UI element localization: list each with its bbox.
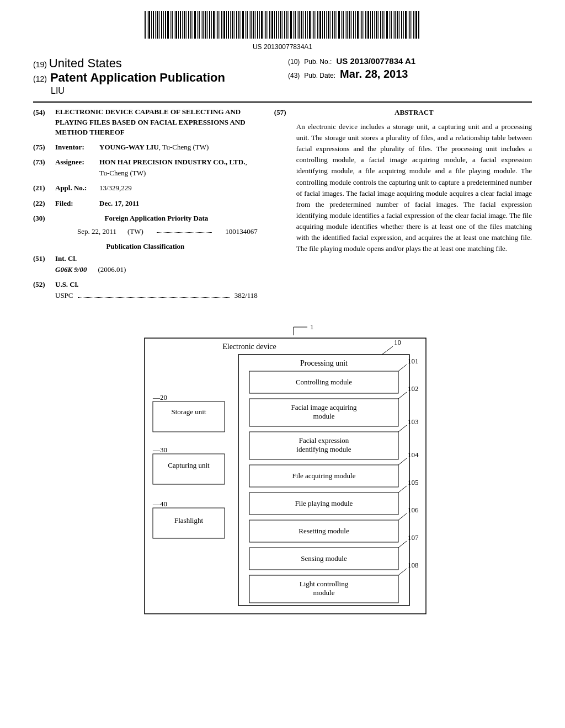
module-104-ref: 104 bbox=[408, 451, 419, 459]
module-102-label-1: Facial image acquiring bbox=[291, 403, 357, 411]
assignee-section: (73) Assignee: HON HAI PRECISION INDUSTR… bbox=[33, 157, 258, 178]
svg-rect-62 bbox=[274, 11, 275, 39]
svg-rect-37 bbox=[221, 11, 222, 39]
svg-rect-114 bbox=[382, 11, 383, 39]
svg-rect-81 bbox=[313, 11, 315, 39]
flashlight-ref-label: —40 bbox=[152, 500, 167, 508]
svg-rect-36 bbox=[220, 11, 220, 39]
svg-rect-59 bbox=[268, 11, 268, 39]
svg-line-147 bbox=[398, 486, 407, 493]
svg-rect-94 bbox=[341, 11, 342, 39]
module-103-ref: 103 bbox=[408, 417, 419, 426]
svg-rect-108 bbox=[370, 11, 371, 39]
svg-rect-15 bbox=[175, 11, 177, 39]
svg-rect-38 bbox=[223, 11, 225, 39]
svg-rect-11 bbox=[167, 11, 169, 39]
module-108-label-2: module bbox=[313, 588, 335, 597]
svg-rect-110 bbox=[374, 11, 375, 39]
svg-rect-86 bbox=[324, 11, 325, 39]
svg-rect-3 bbox=[151, 11, 152, 39]
inventor-value: YOUNG-WAY LIU, Tu-Cheng (TW) bbox=[99, 142, 258, 153]
svg-rect-42 bbox=[232, 11, 233, 39]
svg-rect-64 bbox=[278, 11, 279, 39]
svg-rect-65 bbox=[280, 11, 281, 39]
svg-rect-116 bbox=[386, 11, 388, 39]
svg-rect-90 bbox=[332, 11, 333, 39]
barcode-area bbox=[33, 11, 532, 41]
svg-rect-44 bbox=[236, 11, 237, 39]
svg-rect-28 bbox=[202, 11, 204, 39]
svg-rect-100 bbox=[353, 11, 354, 39]
svg-rect-128 bbox=[412, 11, 412, 39]
svg-rect-123 bbox=[401, 11, 402, 39]
storage-unit-label-text: Storage unit bbox=[171, 408, 206, 416]
svg-rect-20 bbox=[186, 11, 187, 39]
svg-rect-39 bbox=[226, 11, 227, 39]
svg-line-141 bbox=[398, 392, 407, 399]
svg-rect-40 bbox=[228, 11, 229, 39]
pub-number: US 20130077834A1 bbox=[33, 43, 532, 51]
main-content: (54) ELECTRONIC DEVICE CAPABLE OF SELECT… bbox=[33, 107, 532, 305]
svg-rect-25 bbox=[197, 11, 198, 39]
svg-rect-118 bbox=[391, 11, 392, 39]
svg-rect-51 bbox=[250, 11, 252, 39]
svg-rect-61 bbox=[271, 11, 273, 39]
svg-rect-113 bbox=[380, 11, 381, 39]
svg-rect-26 bbox=[199, 11, 200, 39]
svg-rect-78 bbox=[307, 11, 308, 39]
module-104-label: File acquiring module bbox=[292, 472, 356, 480]
svg-rect-32 bbox=[211, 11, 212, 39]
svg-rect-5 bbox=[155, 11, 156, 39]
svg-rect-127 bbox=[409, 11, 411, 39]
svg-rect-66 bbox=[282, 11, 283, 39]
page: US 20130077834A1 (19) United States (12)… bbox=[0, 0, 565, 728]
module-101-ref: 101 bbox=[408, 357, 419, 365]
svg-rect-119 bbox=[393, 11, 393, 39]
svg-rect-45 bbox=[238, 11, 239, 39]
module-102-ref: 102 bbox=[408, 384, 419, 393]
svg-rect-68 bbox=[286, 11, 287, 39]
module-101-label: Controlling module bbox=[296, 378, 352, 386]
foreign-app-title: Foreign Application Priority Data bbox=[55, 213, 258, 224]
svg-rect-122 bbox=[399, 11, 400, 39]
svg-rect-22 bbox=[190, 11, 191, 39]
capturing-unit-label-text: Capturing unit bbox=[168, 461, 210, 469]
header-divider bbox=[33, 101, 532, 103]
svg-rect-109 bbox=[372, 11, 373, 39]
svg-rect-96 bbox=[345, 11, 345, 39]
country-label: (19) United States bbox=[33, 56, 277, 71]
module-107-label: Sensing module bbox=[301, 554, 347, 563]
svg-rect-10 bbox=[165, 11, 166, 39]
svg-rect-104 bbox=[361, 11, 363, 39]
device-ref-label: 1 bbox=[310, 323, 314, 331]
svg-rect-102 bbox=[357, 11, 359, 39]
int-cl-section: (51) Int. Cl. G06K 9/00 (2006.01) bbox=[33, 253, 258, 275]
svg-rect-79 bbox=[309, 11, 311, 39]
svg-rect-125 bbox=[405, 11, 407, 39]
svg-rect-4 bbox=[153, 11, 154, 39]
module-106-ref: 106 bbox=[408, 506, 419, 514]
svg-line-153 bbox=[398, 569, 407, 575]
svg-rect-19 bbox=[184, 11, 185, 39]
svg-line-145 bbox=[398, 458, 407, 465]
appl-no-value: 13/329,229 bbox=[99, 183, 258, 194]
svg-rect-98 bbox=[349, 11, 350, 39]
module-103-label-2: identifying module bbox=[296, 445, 351, 453]
svg-rect-87 bbox=[326, 11, 327, 39]
svg-rect-71 bbox=[293, 11, 294, 39]
svg-rect-43 bbox=[234, 11, 235, 39]
svg-line-143 bbox=[398, 425, 407, 432]
svg-line-137 bbox=[382, 346, 393, 355]
svg-rect-46 bbox=[241, 11, 241, 39]
svg-rect-53 bbox=[255, 11, 256, 39]
barcode-image bbox=[145, 11, 420, 39]
svg-rect-21 bbox=[188, 11, 189, 39]
svg-rect-106 bbox=[365, 11, 366, 39]
svg-rect-111 bbox=[376, 11, 377, 39]
svg-rect-31 bbox=[209, 11, 210, 39]
svg-rect-1 bbox=[147, 11, 147, 39]
svg-rect-101 bbox=[355, 11, 356, 39]
svg-rect-82 bbox=[316, 11, 316, 39]
svg-rect-12 bbox=[170, 11, 170, 39]
svg-rect-83 bbox=[317, 11, 318, 39]
